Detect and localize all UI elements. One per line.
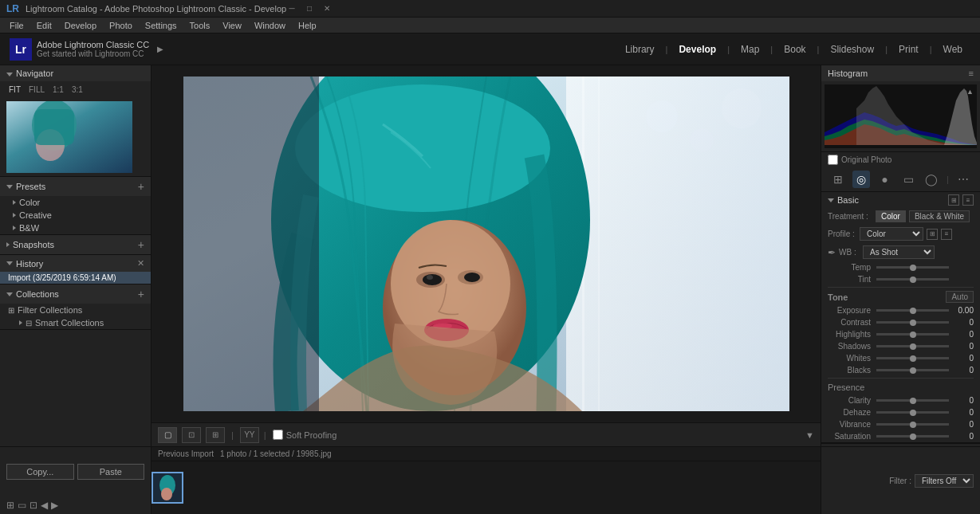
history-item-import[interactable]: Import (3/25/2019 6:59:14 AM): [0, 272, 151, 284]
collection-smart[interactable]: ⊟ Smart Collections: [0, 316, 151, 329]
preset-color[interactable]: Color: [0, 196, 151, 209]
view-survey-btn[interactable]: ⊞: [206, 427, 225, 443]
logo-arrow-icon[interactable]: ▶: [157, 45, 163, 53]
menu-edit[interactable]: Edit: [30, 18, 58, 33]
contrast-slider-thumb[interactable]: [910, 320, 916, 326]
grid-view-icon[interactable]: ⊞: [6, 500, 14, 511]
menu-file[interactable]: File: [3, 18, 30, 33]
maximize-button[interactable]: □: [304, 3, 315, 14]
next-photo-icon[interactable]: ▶: [51, 500, 58, 511]
minimize-button[interactable]: ─: [286, 3, 297, 14]
prev-photo-icon[interactable]: ◀: [41, 500, 48, 511]
auto-button[interactable]: Auto: [946, 291, 974, 303]
nav-map[interactable]: Map: [733, 41, 767, 58]
nav-book[interactable]: Book: [776, 41, 813, 58]
snapshots-header[interactable]: Snapshots +: [0, 235, 151, 254]
redeye-tool-btn[interactable]: ●: [876, 171, 894, 188]
original-photo-checkbox[interactable]: [828, 155, 838, 165]
graduated-tool-btn[interactable]: ▭: [899, 171, 917, 188]
photo-container[interactable]: [183, 77, 789, 411]
snapshots-add-button[interactable]: +: [138, 238, 144, 251]
single-view-icon[interactable]: ▭: [18, 500, 26, 511]
crop-tool-btn[interactable]: ⊞: [829, 171, 847, 188]
nav-fill-btn[interactable]: FILL: [26, 84, 47, 95]
histogram-header[interactable]: Histogram ≡: [821, 65, 980, 81]
preset-bw[interactable]: B&W: [0, 222, 151, 234]
treatment-bw-btn[interactable]: Black & White: [909, 210, 970, 222]
collection-filter[interactable]: ⊞ Filter Collections: [0, 304, 151, 316]
collections-header[interactable]: Collections +: [0, 284, 151, 304]
profile-list-icon[interactable]: ≡: [941, 229, 952, 240]
menu-view[interactable]: View: [216, 18, 248, 33]
nav-develop[interactable]: Develop: [671, 41, 724, 58]
basic-list-icon[interactable]: ≡: [962, 194, 974, 206]
collections-add-button[interactable]: +: [138, 288, 144, 300]
clarity-slider-track[interactable]: [876, 399, 949, 402]
nav-3to1-btn[interactable]: 3:1: [69, 84, 85, 95]
histogram-options-icon[interactable]: ≡: [969, 69, 974, 78]
eyedropper-icon[interactable]: ✒: [828, 247, 836, 258]
nav-1to1-btn[interactable]: 1:1: [50, 84, 66, 95]
presets-header[interactable]: Presets +: [0, 177, 151, 196]
radial-tool-btn[interactable]: ◯: [923, 171, 940, 188]
filter-select[interactable]: Filters Off: [915, 474, 974, 488]
menu-develop[interactable]: Develop: [58, 18, 103, 33]
view-single-btn[interactable]: ▢: [158, 427, 177, 443]
nav-slideshow[interactable]: Slideshow: [822, 41, 882, 58]
highlights-value: 0: [951, 330, 974, 339]
filmstrip-thumb-1[interactable]: [152, 472, 183, 504]
menu-window[interactable]: Window: [248, 18, 292, 33]
menu-help[interactable]: Help: [292, 18, 323, 33]
dehaze-slider-track[interactable]: [876, 411, 949, 414]
whites-slider-track[interactable]: [876, 357, 949, 359]
saturation-slider-track[interactable]: [876, 435, 949, 437]
wb-select[interactable]: As Shot: [863, 245, 935, 259]
menu-settings[interactable]: Settings: [139, 18, 183, 33]
close-button[interactable]: ✕: [321, 3, 333, 14]
vibrance-slider-thumb[interactable]: [910, 422, 916, 428]
treatment-color-btn[interactable]: Color: [876, 210, 906, 222]
temp-slider-thumb[interactable]: [910, 265, 916, 271]
shadows-slider-thumb[interactable]: [910, 343, 916, 350]
nav-web[interactable]: Web: [935, 41, 970, 58]
vibrance-slider-track[interactable]: [876, 423, 949, 426]
blacks-slider-track[interactable]: [876, 369, 949, 371]
view-compare-btn[interactable]: ⊡: [182, 427, 201, 443]
saturation-slider-thumb[interactable]: [910, 434, 916, 440]
highlights-slider-thumb[interactable]: [910, 332, 916, 338]
soft-proofing-checkbox[interactable]: [273, 430, 283, 440]
nav-print[interactable]: Print: [891, 41, 927, 58]
history-header[interactable]: History ✕: [0, 255, 151, 272]
history-close-button[interactable]: ✕: [137, 258, 144, 269]
blacks-slider-thumb[interactable]: [910, 367, 916, 374]
tint-slider-track[interactable]: [876, 278, 949, 281]
navigator-header[interactable]: Navigator: [0, 65, 151, 81]
preset-creative[interactable]: Creative: [0, 209, 151, 222]
nav-library[interactable]: Library: [617, 41, 663, 58]
profile-select[interactable]: Color: [860, 227, 923, 241]
menu-photo[interactable]: Photo: [103, 18, 139, 33]
presets-add-button[interactable]: +: [138, 180, 144, 193]
copy-button[interactable]: Copy...: [6, 464, 74, 480]
tint-slider-thumb[interactable]: [910, 277, 916, 283]
loupe-overlay-btn[interactable]: YY: [240, 427, 259, 443]
brush-tool-btn[interactable]: ⋯: [954, 171, 972, 188]
exposure-slider-track[interactable]: [876, 309, 949, 312]
whites-slider-thumb[interactable]: [910, 355, 916, 362]
exposure-slider-thumb[interactable]: [910, 308, 916, 314]
compare-view-icon[interactable]: ⊡: [30, 500, 37, 511]
profile-grid-icon[interactable]: ⊞: [927, 229, 938, 240]
nav-fit-btn[interactable]: FIT: [6, 84, 23, 95]
menu-tools[interactable]: Tools: [183, 18, 217, 33]
right-chevron-icon[interactable]: ▼: [805, 430, 814, 440]
contrast-slider-track[interactable]: [876, 321, 949, 324]
basic-grid-icon[interactable]: ⊞: [948, 194, 959, 206]
heal-tool-btn[interactable]: ◎: [852, 171, 870, 188]
highlights-slider-track[interactable]: [876, 333, 949, 335]
shadows-slider-track[interactable]: [876, 345, 949, 347]
snapshots-arrow: [6, 242, 10, 247]
clarity-slider-thumb[interactable]: [910, 398, 916, 404]
paste-button[interactable]: Paste: [77, 464, 145, 480]
temp-slider-track[interactable]: [876, 266, 949, 269]
dehaze-slider-thumb[interactable]: [910, 410, 916, 416]
